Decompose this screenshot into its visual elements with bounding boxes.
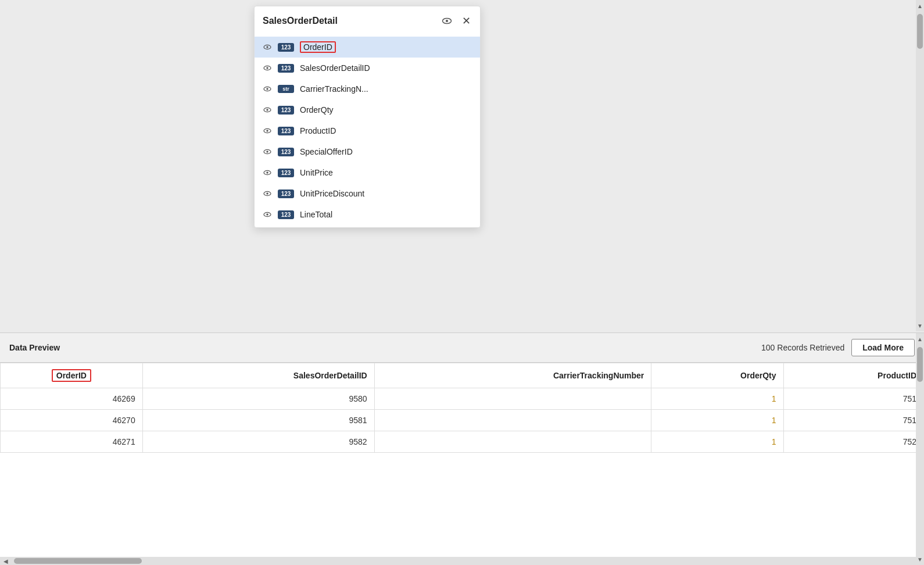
cell-productid: 751	[783, 388, 923, 410]
close-button[interactable]: ✕	[461, 13, 472, 28]
table-header-row: OrderID SalesOrderDetailID CarrierTracki…	[1, 363, 924, 388]
svg-point-13	[266, 151, 268, 152]
cell-orderid: 46270	[1, 410, 143, 431]
scrollbar-thumb[interactable]	[917, 14, 923, 49]
data-preview-section: Data Preview 100 Records Retrieved Load …	[0, 332, 924, 565]
svg-point-7	[266, 88, 268, 90]
eye-icon	[441, 15, 453, 27]
scroll-down-arrow[interactable]: ▼	[916, 553, 924, 565]
col-header-tracking: CarrierTrackingNumber	[374, 363, 651, 388]
type-badge: 123	[278, 148, 294, 156]
cell-qty: 1	[651, 431, 783, 453]
table-scrollbar[interactable]: ▲ ▼	[916, 333, 924, 565]
close-icon: ✕	[462, 15, 471, 27]
field-name: OrderID	[300, 42, 336, 52]
scrollbar-thumb[interactable]	[917, 347, 923, 382]
type-badge: str	[278, 85, 294, 93]
svg-point-17	[266, 192, 268, 194]
cell-qty: 1	[651, 388, 783, 410]
field-name: UnitPriceDiscount	[300, 189, 364, 198]
data-table: OrderID SalesOrderDetailID CarrierTracki…	[0, 363, 924, 453]
field-list-item[interactable]: 123 SalesOrderDetailID	[255, 58, 480, 78]
table-row: 46271 9582 1 752	[1, 431, 924, 453]
type-badge: 123	[278, 43, 294, 52]
field-list-item[interactable]: 123 OrderID	[255, 37, 480, 58]
visibility-toggle-button[interactable]	[440, 14, 454, 28]
type-badge: 123	[278, 64, 294, 73]
horizontal-scrollbar[interactable]: ◀ ▶	[0, 557, 924, 565]
type-badge: 123	[278, 127, 294, 135]
field-list-item[interactable]: 123 OrderQty	[255, 99, 480, 120]
cell-detailid: 9582	[142, 431, 374, 453]
cell-qty: 1	[651, 410, 783, 431]
field-list-item[interactable]: str CarrierTrackingN...	[255, 78, 480, 99]
eye-icon	[263, 63, 272, 73]
col-header-detailid: SalesOrderDetailID	[142, 363, 374, 388]
type-badge: 123	[278, 169, 294, 177]
svg-point-9	[266, 109, 268, 110]
svg-point-3	[266, 46, 268, 48]
cell-productid: 751	[783, 410, 923, 431]
field-name: CarrierTrackingN...	[300, 84, 368, 94]
field-list-item[interactable]: 123 UnitPriceDiscount	[255, 183, 480, 204]
field-name: SpecialOfferID	[300, 147, 353, 156]
field-picker-popup: SalesOrderDetail ✕	[254, 6, 481, 228]
table-row: 46270 9581 1 751	[1, 410, 924, 431]
data-preview-header: Data Preview 100 Records Retrieved Load …	[0, 333, 924, 363]
popup-title: SalesOrderDetail	[263, 16, 338, 26]
cell-productid: 752	[783, 431, 923, 453]
scroll-down-arrow[interactable]: ▼	[916, 320, 924, 331]
field-list-item[interactable]: 123 UnitPrice	[255, 162, 480, 183]
cell-orderid: 46271	[1, 431, 143, 453]
scroll-up-arrow[interactable]: ▲	[916, 333, 924, 345]
main-scrollbar[interactable]: ▲ ▼	[916, 0, 924, 331]
h-scrollbar-thumb[interactable]	[14, 558, 142, 564]
svg-point-11	[266, 130, 268, 131]
type-badge: 123	[278, 210, 294, 219]
field-name: LineTotal	[300, 210, 332, 219]
records-info: 100 Records Retrieved	[761, 343, 844, 352]
data-table-wrapper: OrderID SalesOrderDetailID CarrierTracki…	[0, 363, 924, 557]
table-row: 46269 9580 1 751	[1, 388, 924, 410]
field-name: SalesOrderDetailID	[300, 63, 370, 73]
cell-detailid: 9581	[142, 410, 374, 431]
col-header-orderid: OrderID	[1, 363, 143, 388]
cell-detailid: 9580	[142, 388, 374, 410]
eye-icon	[263, 84, 272, 94]
field-list: 123 OrderID 123 SalesOrderDetailID str	[255, 34, 480, 227]
field-list-item[interactable]: 123 ProductID	[255, 120, 480, 141]
field-list-item[interactable]: 123 SpecialOfferID	[255, 141, 480, 162]
type-badge: 123	[278, 189, 294, 198]
eye-icon	[263, 42, 272, 52]
eye-icon	[263, 105, 272, 115]
data-preview-title: Data Preview	[9, 343, 60, 352]
eye-icon	[263, 126, 272, 135]
col-header-qty: OrderQty	[651, 363, 783, 388]
eye-icon	[263, 189, 272, 198]
cell-tracking	[374, 410, 651, 431]
scroll-left-arrow[interactable]: ◀	[0, 557, 12, 565]
cell-tracking	[374, 388, 651, 410]
svg-point-5	[266, 67, 268, 69]
cell-orderid: 46269	[1, 388, 143, 410]
load-more-button[interactable]: Load More	[851, 339, 915, 356]
col-header-productid: ProductID	[783, 363, 923, 388]
main-area: SalesOrderDetail ✕	[0, 0, 924, 565]
svg-point-1	[446, 20, 448, 22]
popup-header: SalesOrderDetail ✕	[255, 6, 480, 34]
cell-tracking	[374, 431, 651, 453]
type-badge: 123	[278, 106, 294, 115]
field-name: OrderQty	[300, 105, 334, 115]
eye-icon	[263, 210, 272, 219]
data-preview-right: 100 Records Retrieved Load More	[761, 339, 915, 356]
field-name: UnitPrice	[300, 168, 333, 177]
scroll-up-arrow[interactable]: ▲	[916, 0, 924, 12]
eye-icon	[263, 168, 272, 177]
field-name: ProductID	[300, 126, 336, 135]
svg-point-15	[266, 171, 268, 173]
popup-header-icons: ✕	[440, 13, 472, 28]
eye-icon	[263, 147, 272, 156]
field-list-item[interactable]: 123 LineTotal	[255, 204, 480, 225]
svg-point-19	[266, 213, 268, 215]
